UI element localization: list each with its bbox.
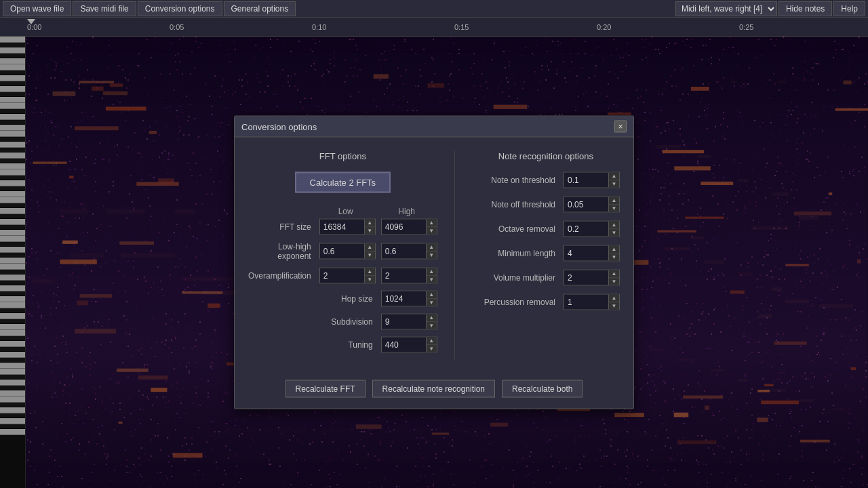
note-off-input[interactable] — [564, 198, 608, 211]
fft-size-high-up[interactable]: ▲ — [427, 220, 437, 228]
help-button[interactable]: Help — [833, 1, 865, 16]
recalculate-both-button[interactable]: Recalculate both — [502, 380, 583, 398]
hop-size-up[interactable]: ▲ — [427, 291, 437, 300]
exponent-row: Low-high exponent ▲ ▼ ▲ — [248, 242, 437, 261]
col-headers: Low High — [248, 207, 437, 216]
percussion-removal-down[interactable]: ▼ — [609, 302, 619, 310]
volume-mult-input[interactable] — [564, 271, 608, 285]
note-on-spinner: ▲ ▼ — [564, 172, 620, 188]
conversion-options-button[interactable]: Conversion options — [138, 1, 222, 16]
fft-size-high-spinner: ▲ ▼ — [381, 219, 437, 235]
min-length-row: Minimum length ▲ ▼ — [472, 245, 620, 262]
overamp-low-spinner: ▲ ▼ — [319, 268, 376, 284]
open-wave-button[interactable]: Open wave file — [3, 1, 71, 16]
volume-mult-up[interactable]: ▲ — [609, 270, 619, 279]
timeline-4: 0:20 — [597, 23, 611, 31]
recalculate-fft-button[interactable]: Recalculate FFT — [285, 380, 366, 398]
midi-wave-select[interactable]: Midi left, wave right [4] — [675, 1, 777, 16]
dialog-title-bar: Conversion options × — [235, 117, 633, 138]
hide-notes-button[interactable]: Hide notes — [778, 1, 832, 16]
general-options-button[interactable]: General options — [224, 1, 296, 16]
dialog-footer: Recalculate FFT Recalculate note recogni… — [235, 373, 633, 409]
note-on-down[interactable]: ▼ — [609, 180, 619, 188]
exponent-low-arrows: ▲ ▼ — [364, 244, 375, 259]
note-on-label: Note on threshold — [472, 176, 564, 185]
dialog-close-button[interactable]: × — [614, 121, 627, 133]
note-on-input[interactable] — [564, 174, 608, 187]
overamp-low-input[interactable] — [320, 269, 364, 283]
min-length-input[interactable] — [564, 247, 608, 260]
octave-removal-label: Octave removal — [472, 224, 564, 234]
exponent-high-up[interactable]: ▲ — [427, 244, 437, 252]
overamp-high-down[interactable]: ▼ — [427, 276, 437, 283]
col-low: Low — [315, 207, 376, 216]
fft-size-low-up[interactable]: ▲ — [365, 220, 375, 228]
min-length-spinner: ▲ ▼ — [564, 245, 620, 262]
overamp-high-spinner: ▲ ▼ — [381, 268, 437, 284]
hop-size-down[interactable]: ▼ — [427, 299, 437, 306]
fft-size-row: FFT size ▲ ▼ ▲ — [248, 219, 437, 235]
overamp-high-up[interactable]: ▲ — [427, 268, 437, 277]
exponent-low-input[interactable] — [320, 245, 364, 258]
tuning-up[interactable]: ▲ — [427, 338, 437, 346]
note-recognition-panel: Note recognition options Note on thresho… — [472, 151, 620, 360]
tuning-input[interactable] — [382, 338, 426, 352]
fft-size-high-arrows: ▲ ▼ — [426, 220, 437, 235]
note-off-spinner: ▲ ▼ — [564, 197, 620, 213]
exponent-high-down[interactable]: ▼ — [427, 251, 437, 259]
tuning-row: Tuning ▲ ▼ — [248, 337, 437, 353]
overamp-low-down[interactable]: ▼ — [365, 276, 375, 283]
percussion-removal-input[interactable] — [564, 296, 608, 309]
volume-mult-row: Volume multiplier ▲ ▼ — [472, 270, 620, 286]
col-high: High — [376, 207, 437, 216]
exponent-high-input[interactable] — [382, 245, 426, 258]
note-off-down[interactable]: ▼ — [609, 205, 619, 212]
volume-mult-arrows: ▲ ▼ — [608, 270, 619, 285]
octave-removal-up[interactable]: ▲ — [609, 222, 619, 230]
note-off-arrows: ▲ ▼ — [608, 197, 619, 212]
fft-size-low-spinner: ▲ ▼ — [319, 219, 376, 235]
exponent-low-up[interactable]: ▲ — [365, 244, 375, 252]
octave-removal-input[interactable] — [564, 222, 608, 236]
main-area: Conversion options × FFT options Calcula… — [0, 37, 868, 488]
timeline-3: 0:15 — [454, 23, 469, 31]
percussion-removal-label: Percussion removal — [472, 298, 564, 307]
overamp-row: Overamplification ▲ ▼ ▲ — [248, 268, 437, 284]
fft-size-low-input[interactable] — [320, 220, 364, 234]
percussion-removal-arrows: ▲ ▼ — [608, 295, 619, 310]
dialog-body: FFT options Calculate 2 FFTs Low High FF… — [235, 138, 633, 373]
overamp-high-arrows: ▲ ▼ — [426, 268, 437, 283]
conversion-options-dialog: Conversion options × FFT options Calcula… — [234, 116, 634, 409]
note-off-up[interactable]: ▲ — [609, 197, 619, 205]
note-on-up[interactable]: ▲ — [609, 173, 619, 181]
exponent-inputs: ▲ ▼ ▲ ▼ — [319, 243, 437, 260]
save-midi-button[interactable]: Save midi file — [73, 1, 136, 16]
calculate-ffts-button[interactable]: Calculate 2 FFTs — [295, 172, 391, 193]
note-on-row: Note on threshold ▲ ▼ — [472, 172, 620, 188]
volume-mult-down[interactable]: ▼ — [609, 278, 619, 285]
fft-size-high-down[interactable]: ▼ — [427, 227, 437, 235]
fft-size-low-down[interactable]: ▼ — [365, 227, 375, 235]
tuning-arrows: ▲ ▼ — [426, 338, 437, 352]
subdivision-spinner: ▲ ▼ — [381, 314, 437, 330]
percussion-removal-up[interactable]: ▲ — [609, 295, 619, 303]
tuning-down[interactable]: ▼ — [427, 345, 437, 352]
exponent-high-spinner: ▲ ▼ — [381, 243, 437, 260]
overamp-low-up[interactable]: ▲ — [365, 268, 375, 277]
subdivision-up[interactable]: ▲ — [427, 314, 437, 323]
exponent-high-arrows: ▲ ▼ — [426, 244, 437, 259]
volume-mult-label: Volume multiplier — [472, 273, 564, 283]
subdivision-down[interactable]: ▼ — [427, 322, 437, 329]
hop-size-label: Hop size — [248, 294, 381, 304]
min-length-up[interactable]: ▲ — [609, 246, 619, 254]
octave-removal-down[interactable]: ▼ — [609, 229, 619, 237]
subdivision-input[interactable] — [382, 315, 426, 329]
min-length-down[interactable]: ▼ — [609, 253, 619, 261]
exponent-low-down[interactable]: ▼ — [365, 251, 375, 259]
fft-size-high-input[interactable] — [382, 220, 426, 234]
hop-size-input[interactable] — [382, 292, 426, 306]
recalculate-note-recognition-button[interactable]: Recalculate note recognition — [372, 380, 495, 398]
fft-size-low-arrows: ▲ ▼ — [364, 220, 375, 235]
overamp-high-input[interactable] — [382, 269, 426, 283]
fft-size-label: FFT size — [248, 222, 319, 232]
